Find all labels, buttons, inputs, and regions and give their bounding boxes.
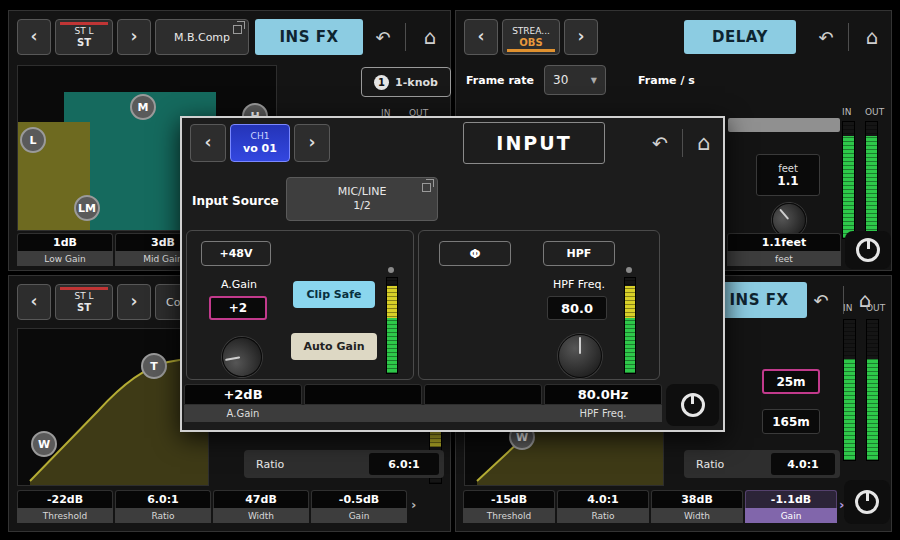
param-segment-ratio[interactable]: 6.0:1Ratio: [115, 490, 211, 523]
gain-section: +48V A.Gain +2 Clip Safe Auto Gain: [186, 230, 414, 380]
again-label: A.Gain: [209, 278, 269, 291]
home-icon[interactable]: ⌂: [411, 19, 449, 55]
home-icon[interactable]: ⌂: [688, 125, 720, 161]
band-knob-low[interactable]: L: [20, 127, 46, 153]
threshold-knob[interactable]: T: [141, 353, 167, 379]
screen-title: INS FX: [711, 282, 807, 318]
hpf-section: Φ HPF HPF Freq. 80.0: [418, 230, 660, 380]
ratio-row[interactable]: Ratio 4.0:1: [684, 450, 840, 478]
delay-feet-value[interactable]: feet 1.1: [756, 154, 820, 196]
param-label-hpf: HPF Freq.: [544, 405, 662, 422]
param-cell-hpf[interactable]: 80.0Hz: [544, 384, 662, 405]
mixer-screen: ‹ ST L ST › M.B.Comp INS FX ↶ ⌂ 1 1-knob…: [0, 0, 900, 540]
channel-select-button[interactable]: CH1 vo 01: [230, 124, 290, 162]
param-cell-3[interactable]: [424, 384, 542, 405]
channel-select-button[interactable]: ST L ST: [55, 284, 113, 320]
param-segment-width[interactable]: 47dBWidth: [213, 490, 309, 523]
back-button[interactable]: ‹: [190, 124, 226, 162]
divider: [405, 23, 406, 51]
channel-select-button[interactable]: STREA... OBS: [502, 19, 560, 55]
in-label: IN: [842, 107, 851, 117]
channel-select-button[interactable]: ST L ST: [55, 19, 113, 55]
clip-safe-button[interactable]: Clip Safe: [293, 281, 375, 308]
out-label: OUT: [866, 303, 885, 313]
param-segment-width[interactable]: 38dBWidth: [651, 490, 743, 523]
undo-icon[interactable]: ↶: [642, 125, 678, 161]
peak-indicator: [626, 267, 632, 273]
divider: [848, 23, 849, 51]
phase-button[interactable]: Φ: [439, 241, 511, 266]
param-segment-threshold[interactable]: -22dBThreshold: [17, 490, 113, 523]
delay-long-value[interactable]: 165m: [762, 409, 820, 434]
undo-icon[interactable]: ↶: [365, 19, 401, 55]
output-meter: [866, 319, 879, 461]
channel-color-bar: [60, 22, 108, 25]
one-knob-button[interactable]: 1 1-knob: [361, 67, 451, 97]
param-cell-again[interactable]: +2dB: [184, 384, 302, 405]
input-source-label: Input Source: [192, 194, 279, 208]
insert-slot-button[interactable]: M.B.Comp: [155, 19, 249, 55]
again-value[interactable]: +2: [209, 296, 267, 320]
frame-rate-dropdown[interactable]: 30 ▼: [544, 65, 606, 95]
touch-knob-box[interactable]: [845, 231, 891, 269]
forward-button[interactable]: ›: [294, 124, 330, 162]
copy-icon: [422, 183, 431, 192]
input-dialog: ‹ CH1 vo 01 › INPUT ↶ ⌂ Input Source MIC…: [180, 116, 725, 432]
param-segment-ratio[interactable]: 4.0:1Ratio: [557, 490, 649, 523]
output-meter: [865, 121, 878, 239]
undo-icon[interactable]: ↶: [803, 282, 839, 318]
forward-button[interactable]: ›: [117, 284, 151, 320]
knob-icon: [856, 238, 880, 262]
gain-meter: [386, 277, 398, 374]
screen-title: INS FX: [255, 19, 363, 55]
copy-icon: [233, 25, 242, 34]
back-button[interactable]: ‹: [464, 19, 498, 55]
knob-icon: [681, 393, 705, 417]
width-knob[interactable]: W: [31, 431, 57, 457]
param-segment-threshold[interactable]: -15dBThreshold: [463, 490, 555, 523]
ratio-row[interactable]: Ratio 6.0:1: [244, 450, 444, 478]
chevron-down-icon: ▼: [591, 76, 597, 85]
screen-title: DELAY: [684, 20, 796, 54]
hpf-meter: [624, 277, 636, 374]
param-segment-gain[interactable]: -1.1dBGain: [745, 490, 837, 523]
touch-knob-box[interactable]: [666, 384, 719, 426]
hpf-button[interactable]: HPF: [543, 241, 615, 266]
back-button[interactable]: ‹: [17, 19, 51, 55]
dialog-param-bar: +2dB 80.0Hz A.Gain HPF Freq.: [184, 384, 662, 422]
again-knob[interactable]: [219, 334, 265, 380]
phantom-48v-button[interactable]: +48V: [201, 241, 271, 266]
param-segment-gain[interactable]: -0.5dBGain: [311, 490, 407, 523]
band-knob-mid[interactable]: M: [130, 94, 156, 120]
frame-unit-label: Frame / s: [638, 74, 695, 87]
param-segment-low-gain[interactable]: 1dB Low Gain: [17, 233, 113, 266]
home-icon[interactable]: ⌂: [854, 19, 890, 55]
one-icon: 1: [374, 75, 389, 90]
input-meter: [843, 319, 856, 461]
divider: [682, 129, 683, 157]
input-meter: [842, 121, 855, 239]
input-source-button[interactable]: MIC/LINE 1/2: [286, 177, 438, 221]
hpf-freq-value[interactable]: 80.0: [547, 296, 607, 320]
touch-knob-box[interactable]: [844, 480, 890, 524]
dialog-title: INPUT: [463, 122, 605, 164]
undo-icon[interactable]: ↶: [808, 19, 844, 55]
back-button[interactable]: ‹: [17, 284, 51, 320]
hpf-freq-label: HPF Freq.: [539, 278, 619, 291]
forward-button[interactable]: ›: [117, 19, 151, 55]
out-label: OUT: [865, 107, 884, 117]
more-params-arrow[interactable]: ›: [411, 497, 416, 512]
hpf-freq-knob[interactable]: [558, 334, 602, 378]
channel-color-bar: [60, 287, 108, 290]
param-label-strip: A.Gain HPF Freq.: [184, 405, 662, 422]
frame-rate-label: Frame rate: [466, 74, 534, 87]
param-segment-feet[interactable]: 1.1feet feet: [727, 233, 841, 266]
param-label-again: A.Gain: [184, 405, 302, 422]
forward-button[interactable]: ›: [564, 19, 598, 55]
delay-short-value[interactable]: 25m: [762, 369, 820, 394]
band-knob-lowmid[interactable]: LM: [74, 195, 100, 221]
in-label: IN: [843, 303, 852, 313]
delay-scale-bar: [728, 118, 840, 132]
param-cell-2[interactable]: [304, 384, 422, 405]
auto-gain-button[interactable]: Auto Gain: [291, 333, 377, 360]
